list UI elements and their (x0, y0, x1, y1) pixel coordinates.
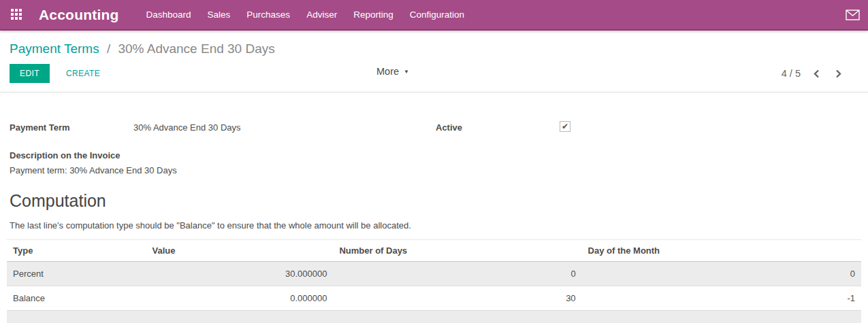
table-row-empty (7, 311, 861, 323)
breadcrumb: Payment Terms / 30% Advance End 30 Days (0, 31, 868, 56)
computation-section-title: Computation (10, 190, 858, 211)
description-value: Payment term: 30% Advance End 30 Days (10, 163, 858, 178)
payment-term-label: Payment Term (10, 122, 133, 133)
table-row-percent[interactable]: Percent 30.000000 0 0 (7, 262, 861, 286)
table-header-row: Type Value Number of Days Day of the Mon… (7, 240, 861, 262)
create-button[interactable]: CREATE (61, 64, 106, 83)
top-navbar: Accounting Dashboard Sales Purchases Adv… (0, 0, 868, 31)
nav-item-dashboard[interactable]: Dashboard (146, 10, 191, 20)
main-menu: Dashboard Sales Purchases Adviser Report… (146, 10, 465, 20)
app-title[interactable]: Accounting (39, 7, 119, 23)
column-header-type: Type (7, 240, 146, 262)
nav-item-purchases[interactable]: Purchases (246, 10, 290, 20)
cell-type[interactable]: Balance (7, 286, 146, 311)
apps-menu-icon[interactable] (11, 9, 22, 20)
column-header-value: Value (146, 240, 334, 262)
nav-item-configuration[interactable]: Configuration (410, 10, 464, 20)
form-sheet: Payment Term 30% Advance End 30 Days Act… (0, 92, 868, 323)
cell-number-of-days[interactable]: 0 (333, 262, 581, 286)
nav-item-adviser[interactable]: Adviser (306, 10, 337, 20)
payment-term-value: 30% Advance End 30 Days (133, 122, 241, 133)
nav-item-reporting[interactable]: Reporting (353, 10, 393, 20)
description-label: Description on the Invoice (10, 148, 858, 163)
active-checkbox[interactable]: ✔ (560, 121, 570, 132)
breadcrumb-current-record: 30% Advance End 30 Days (118, 41, 274, 56)
column-header-number-of-days: Number of Days (333, 240, 581, 262)
cell-value[interactable]: 0.000000 (146, 286, 334, 311)
messages-icon[interactable] (846, 10, 860, 20)
cell-number-of-days[interactable]: 30 (333, 286, 581, 311)
chevron-down-icon: ▼ (404, 69, 409, 75)
breadcrumb-payment-terms[interactable]: Payment Terms (10, 41, 99, 56)
cell-day-of-the-month[interactable]: -1 (582, 286, 861, 311)
field-row: Payment Term 30% Advance End 30 Days Act… (10, 122, 858, 133)
table-row-balance[interactable]: Balance 0.000000 30 -1 (7, 286, 861, 311)
nav-item-sales[interactable]: Sales (208, 10, 231, 20)
more-dropdown-label: More (376, 66, 399, 77)
computation-helper-text: The last line's computation type should … (10, 220, 858, 231)
breadcrumb-separator: / (103, 41, 114, 56)
pager-next-icon[interactable] (835, 69, 842, 79)
checkmark-icon: ✔ (562, 122, 568, 131)
control-panel: EDIT CREATE More ▼ 4 / 5 (0, 65, 868, 92)
more-dropdown[interactable]: More ▼ (376, 66, 409, 77)
column-header-day-of-the-month: Day of the Month (582, 240, 861, 262)
cell-day-of-the-month[interactable]: 0 (582, 262, 861, 286)
cell-type[interactable]: Percent (7, 262, 146, 286)
description-block: Description on the Invoice Payment term:… (10, 148, 858, 178)
edit-button[interactable]: EDIT (10, 64, 50, 83)
pager-previous-icon[interactable] (813, 69, 820, 79)
pager-count[interactable]: 4 / 5 (782, 68, 801, 79)
pager: 4 / 5 (782, 68, 858, 79)
active-label: Active (436, 122, 560, 133)
cell-value[interactable]: 30.000000 (146, 262, 334, 286)
computation-table: Type Value Number of Days Day of the Mon… (7, 239, 861, 323)
